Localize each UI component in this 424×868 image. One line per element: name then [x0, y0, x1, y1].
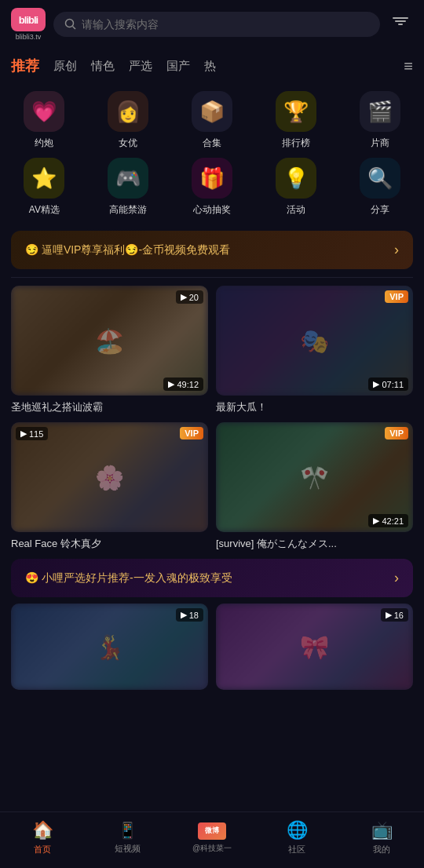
icon-item-高能禁游[interactable]: 🎮 高能禁游 [90, 158, 166, 217]
icon-心动抽奖: 🎁 [192, 158, 232, 199]
community-label: 社区 [288, 844, 305, 855]
thumb-decoration-6: 🎀 [300, 633, 329, 661]
video-title-2: 最新大瓜！ [216, 400, 413, 414]
vip-banner[interactable]: 😏 逼哩VIP尊享福利😏-金币视频免费观看 › [11, 231, 413, 269]
icon-活动: 💡 [276, 158, 316, 199]
icon-item-约炮[interactable]: 💗 约炮 [6, 91, 82, 150]
icon-片商: 🎬 [360, 91, 400, 132]
banner-text: 😏 逼哩VIP尊享福利😏-金币视频免费观看 [25, 243, 230, 257]
banner-arrow: › [394, 242, 399, 258]
icon-label-排行榜: 排行榜 [282, 137, 310, 150]
icon-item-合集[interactable]: 📦 合集 [174, 91, 250, 150]
icon-label-合集: 合集 [203, 137, 221, 150]
icon-高能禁游: 🎮 [108, 158, 148, 199]
video-badge-count-3: ▶115 [16, 427, 48, 440]
video-badge-vip-4: VIP [385, 427, 408, 439]
video-thumb-1: 🏖️ ▶20 ▶49:12 [11, 286, 208, 396]
video-badge-count-1: ▶20 [176, 290, 203, 304]
video-thumb-2: 🎭 VIP ▶07:11 [216, 286, 413, 396]
logo-text: blibli [19, 14, 38, 26]
mine-icon: 📺 [371, 820, 393, 841]
thumb-decoration-2: 🎭 [300, 327, 329, 355]
icon-合集: 📦 [192, 91, 232, 132]
icon-AV精选: ⭐ [24, 158, 64, 199]
weibo-label: @科技菜一 [192, 843, 232, 854]
video-badge-count-6: ▶16 [381, 608, 408, 622]
thumb-decoration-3: 🌸 [95, 464, 124, 491]
nav-tabs: 推荐 原创 情色 严选 国产 热 ≡ [0, 49, 424, 83]
icon-item-片商[interactable]: 🎬 片商 [342, 91, 418, 150]
svg-point-0 [66, 20, 74, 27]
video-duration-1: ▶49:12 [163, 377, 203, 391]
icon-item-活动[interactable]: 💡 活动 [258, 158, 334, 217]
nav-tab-国产[interactable]: 国产 [166, 56, 190, 77]
nav-tab-热[interactable]: 热 [204, 56, 216, 77]
icon-分享: 🔍 [360, 158, 400, 199]
video-thumb-4: 🎌 VIP ▶42:21 [216, 422, 413, 532]
nav-short-video[interactable]: 📱 短视频 [104, 821, 151, 855]
video-card-1[interactable]: 🏖️ ▶20 ▶49:12 圣地巡礼之搭讪波霸 [11, 286, 208, 414]
nav-home[interactable]: 🏠 首页 [19, 820, 66, 855]
icon-item-AV精选[interactable]: ⭐ AV精选 [6, 158, 82, 217]
banner2-text: 😍 小哩严选好片推荐-一发入魂的极致享受 [25, 571, 232, 585]
search-input[interactable] [82, 18, 369, 31]
short-video-label: 短视频 [115, 843, 141, 855]
icon-label-心动抽奖: 心动抽奖 [193, 203, 231, 217]
icon-label-女优: 女优 [119, 137, 137, 150]
icon-label-AV精选: AV精选 [29, 203, 60, 217]
icon-label-活动: 活动 [287, 203, 305, 217]
icon-item-排行榜[interactable]: 🏆 排行榜 [258, 91, 334, 150]
video-card-6[interactable]: 🎀 ▶16 [216, 604, 413, 690]
video-card-2[interactable]: 🎭 VIP ▶07:11 最新大瓜！ [216, 286, 413, 414]
nav-tab-推荐[interactable]: 推荐 [11, 53, 39, 78]
video-card-4[interactable]: 🎌 VIP ▶42:21 [survive] 俺がこんなメス... [216, 422, 413, 551]
icon-label-约炮: 约炮 [35, 137, 53, 150]
video-grid-2: 🌸 VIP ▶115 Real Face 铃木真夕 🎌 VIP ▶42:21 [… [0, 422, 424, 551]
svg-line-1 [73, 27, 76, 30]
icon-label-分享: 分享 [371, 203, 389, 217]
icon-女优: 👩 [108, 91, 148, 132]
search-icon [64, 18, 77, 31]
video-thumb-6: 🎀 ▶16 [216, 604, 413, 690]
icon-排行榜: 🏆 [276, 91, 316, 132]
filter-svg [391, 15, 410, 34]
thumb-decoration-4: 🎌 [300, 464, 329, 491]
thumb-decoration-1: 🏖️ [95, 327, 124, 355]
icon-约炮: 💗 [24, 91, 64, 132]
video-card-3[interactable]: 🌸 VIP ▶115 Real Face 铃木真夕 [11, 422, 208, 551]
video-badge-vip-3: VIP [180, 427, 203, 439]
recommend-banner[interactable]: 😍 小哩严选好片推荐-一发入魂的极致享受 › [11, 559, 413, 597]
video-duration-4: ▶42:21 [368, 514, 408, 527]
video-card-5[interactable]: 💃 ▶18 [11, 604, 208, 690]
divider-1 [11, 277, 413, 278]
nav-tab-情色[interactable]: 情色 [91, 56, 115, 77]
short-video-icon: 📱 [118, 821, 137, 840]
nav-tab-严选[interactable]: 严选 [129, 56, 152, 77]
header: blibli blibli3.tv [0, 0, 424, 49]
logo-box: blibli [11, 8, 46, 31]
video-badge-vip-2: VIP [385, 290, 408, 303]
nav-more[interactable]: ≡ [404, 57, 413, 75]
nav-weibo[interactable]: 微博 @科技菜一 [188, 822, 236, 854]
icon-item-女优[interactable]: 👩 女优 [90, 91, 166, 150]
bottom-nav: 🏠 首页 📱 短视频 微博 @科技菜一 🌐 社区 📺 我的 [0, 811, 424, 868]
icon-item-心动抽奖[interactable]: 🎁 心动抽奖 [174, 158, 250, 217]
nav-mine[interactable]: 📺 我的 [358, 820, 405, 855]
logo-area: blibli blibli3.tv [11, 8, 46, 41]
icon-label-片商: 片商 [371, 137, 389, 150]
video-title-3: Real Face 铃木真夕 [11, 537, 208, 551]
nav-tab-原创[interactable]: 原创 [53, 56, 77, 77]
search-bar[interactable] [53, 12, 380, 37]
video-grid-1: 🏖️ ▶20 ▶49:12 圣地巡礼之搭讪波霸 🎭 VIP ▶07:11 最新大… [0, 286, 424, 414]
logo-sub: blibli3.tv [16, 33, 42, 41]
bottom-video-row: 💃 ▶18 🎀 ▶16 [0, 604, 424, 690]
filter-icon[interactable] [388, 12, 413, 37]
home-icon: 🏠 [32, 820, 53, 841]
home-label: 首页 [34, 844, 51, 855]
icon-item-分享[interactable]: 🔍 分享 [342, 158, 418, 217]
thumb-decoration-5: 💃 [95, 633, 124, 661]
video-thumb-5: 💃 ▶18 [11, 604, 208, 690]
video-title-4: [survive] 俺がこんなメス... [216, 537, 413, 551]
nav-community[interactable]: 🌐 社区 [273, 820, 320, 855]
video-thumb-3: 🌸 VIP ▶115 [11, 422, 208, 532]
